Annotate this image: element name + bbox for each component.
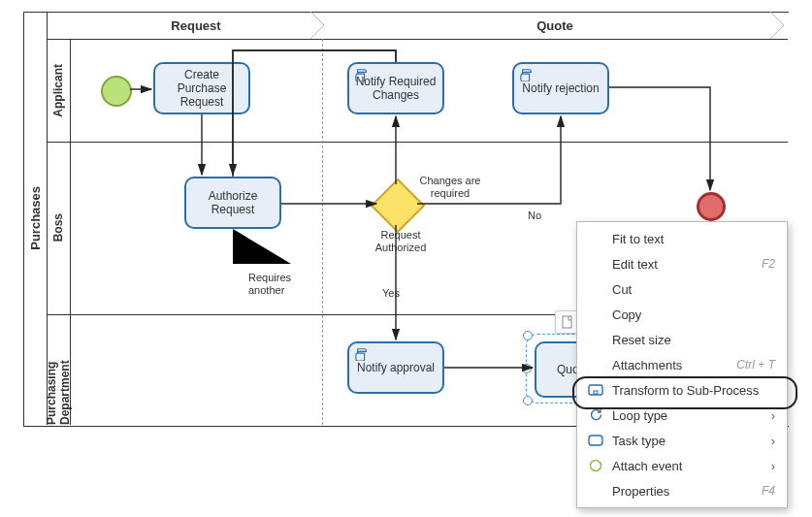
resize-handle[interactable] — [523, 331, 533, 340]
ctx-transform-subprocess[interactable]: Transform to Sub-Process — [577, 377, 787, 403]
task-create-purchase-request[interactable]: Create Purchase Request — [153, 62, 250, 114]
phase-divider — [322, 39, 323, 425]
ctx-cut[interactable]: Cut — [577, 276, 787, 302]
label-requires-another: Requires another — [248, 272, 307, 297]
subprocess-icon — [587, 382, 604, 398]
ctx-attach-event[interactable]: Attach event › — [577, 453, 787, 478]
script-icon — [520, 68, 534, 81]
label-request-authorized: Request Authorized — [367, 229, 435, 254]
svg-rect-0 — [563, 316, 571, 328]
ctx-attachments[interactable]: Attachments Ctrl + T — [577, 352, 787, 377]
start-event[interactable] — [101, 76, 132, 107]
script-icon — [355, 68, 369, 81]
context-menu: Fit to text Edit text F2 Cut Copy Reset … — [576, 221, 788, 508]
end-event[interactable] — [697, 192, 726, 221]
ctx-task-type[interactable]: Task type › — [577, 428, 787, 453]
label-changes-required: Changes are required — [411, 175, 489, 200]
circle-icon — [587, 458, 604, 473]
blank-icon — [587, 357, 604, 372]
ctx-loop-type[interactable]: Loop type › — [577, 403, 787, 428]
lane-divider-1 — [47, 142, 788, 143]
blank-icon — [587, 307, 604, 322]
diagram-canvas[interactable]: Purchases Applicant Boss Purchasing Depa… — [0, 0, 812, 517]
task-notify-rejection[interactable]: Notify rejection — [512, 62, 609, 114]
resize-handle[interactable] — [523, 396, 533, 405]
ctx-edit-text[interactable]: Edit text F2 — [577, 251, 787, 276]
refresh-icon — [587, 407, 604, 423]
chevron-right-icon: › — [771, 434, 775, 448]
lane-title-boss: Boss — [47, 142, 71, 314]
task-authorize-request[interactable]: Authorize Request — [184, 177, 281, 229]
label-no: No — [520, 210, 549, 222]
lane-title-purchasing: Purchasing Department — [47, 314, 71, 425]
pool-title-text: Purchases — [28, 186, 43, 250]
phase-header-chevrons — [70, 12, 788, 39]
blank-icon — [587, 332, 604, 347]
ctx-properties[interactable]: Properties F4 — [577, 478, 787, 503]
ctx-fit-to-text[interactable]: Fit to text — [577, 226, 787, 251]
task-notify-required-changes[interactable]: Notify Required Changes — [347, 62, 444, 114]
ctx-reset-size[interactable]: Reset size — [577, 327, 787, 352]
svg-point-10 — [591, 461, 601, 471]
svg-rect-8 — [594, 391, 598, 394]
task-notify-approval[interactable]: Notify approval — [347, 341, 444, 394]
page-icon — [561, 315, 574, 329]
resize-handle[interactable] — [522, 364, 532, 373]
rect-icon — [587, 433, 604, 448]
blank-icon — [587, 256, 604, 272]
chevron-right-icon: › — [771, 408, 775, 423]
svg-rect-9 — [589, 436, 602, 445]
blank-icon — [587, 483, 604, 499]
script-icon — [355, 347, 369, 361]
blank-icon — [587, 231, 604, 246]
blank-icon — [587, 281, 604, 297]
label-yes: Yes — [376, 287, 406, 300]
chevron-right-icon: › — [771, 459, 775, 473]
ctx-copy[interactable]: Copy — [577, 302, 787, 327]
lane-title-applicant: Applicant — [47, 39, 71, 142]
